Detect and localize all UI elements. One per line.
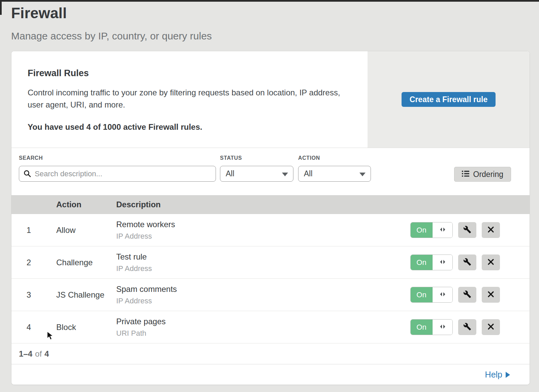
status-filter-group: STATUS All [220, 155, 293, 182]
rule-description-cell: Test rule IP Address [116, 252, 410, 273]
pagination-total: 4 [44, 349, 49, 359]
delete-rule-button[interactable] [482, 319, 500, 335]
delete-rule-button[interactable] [482, 222, 500, 238]
rule-priority: 4 [11, 323, 56, 332]
pagination-summary: 1–4 of 4 [11, 343, 530, 364]
table-header: Action Description [11, 195, 530, 214]
help-link[interactable]: Help [485, 370, 510, 380]
status-select[interactable]: All [220, 166, 293, 182]
intro-heading: Firewall Rules [28, 68, 351, 79]
search-icon [24, 170, 31, 179]
close-icon [487, 226, 494, 234]
pagination-range: 1–4 [19, 349, 32, 359]
rule-description-cell: Private pages URI Path [116, 317, 410, 338]
search-input[interactable] [19, 166, 216, 182]
edit-rule-button[interactable] [458, 319, 476, 335]
page-title: Firewall [11, 5, 530, 22]
toggle-on-label: On [410, 319, 433, 335]
firewall-page: Firewall Manage access by IP, country, o… [0, 0, 539, 385]
toggle-on-label: On [410, 222, 433, 238]
edit-rule-button[interactable] [458, 287, 476, 303]
toggle-handle[interactable] [433, 255, 452, 270]
rule-description-title: Private pages [116, 317, 410, 326]
rule-action: Challenge [56, 258, 116, 267]
window-edge-top [0, 0, 539, 2]
rule-description-cell: Spam comments IP Address [116, 284, 410, 305]
window-edge-left [0, 0, 2, 15]
rule-enabled-toggle[interactable]: On [410, 287, 453, 303]
rule-match-type: IP Address [116, 232, 410, 241]
arrow-right-icon [506, 372, 510, 378]
rule-match-type: IP Address [116, 297, 410, 305]
filters-bar: SEARCH STATUS All ACTION [11, 148, 530, 195]
chevron-down-icon [282, 173, 288, 176]
rule-priority: 2 [11, 258, 56, 267]
ordering-button-label: Ordering [473, 170, 503, 179]
rule-controls: On [410, 222, 530, 238]
action-label: ACTION [298, 155, 371, 161]
rule-enabled-toggle[interactable]: On [410, 319, 453, 335]
intro-section: Firewall Rules Control incoming traffic … [11, 51, 530, 148]
pagination-of-label: of [35, 349, 42, 359]
close-icon [487, 259, 494, 266]
rule-controls: On [410, 287, 530, 303]
ordering-button[interactable]: Ordering [454, 167, 511, 182]
firewall-rules-card: Firewall Rules Control incoming traffic … [11, 51, 530, 385]
wrench-icon [463, 225, 471, 235]
delete-rule-button[interactable] [482, 254, 500, 270]
edit-rule-button[interactable] [458, 254, 476, 270]
intro-description: Control incoming traffic to your zone by… [28, 87, 351, 111]
action-select[interactable]: All [298, 166, 371, 182]
search-filter-group: SEARCH [19, 155, 216, 182]
rule-priority: 1 [11, 225, 56, 235]
rule-enabled-toggle[interactable]: On [410, 222, 453, 238]
chevron-down-icon [359, 173, 366, 176]
search-box [19, 166, 216, 182]
rule-action: JS Challenge [56, 290, 116, 300]
action-filter-group: ACTION All [298, 155, 371, 182]
table-row: 4 Block Private pages URI Path On [11, 311, 530, 343]
rule-action: Allow [56, 225, 116, 235]
create-firewall-rule-button[interactable]: Create a Firewall rule [402, 92, 496, 107]
table-row: 2 Challenge Test rule IP Address On [11, 246, 530, 279]
table-row: 1 Allow Remote workers IP Address On [11, 214, 530, 246]
rule-priority: 3 [11, 290, 56, 300]
left-right-arrows-icon [439, 259, 446, 266]
toggle-handle[interactable] [433, 320, 452, 335]
ordered-list-icon [462, 170, 469, 179]
rule-match-type: URI Path [116, 329, 410, 338]
column-header-description: Description [116, 200, 410, 209]
action-selected-value: All [304, 169, 313, 178]
toggle-on-label: On [410, 254, 433, 270]
wrench-icon [463, 258, 471, 267]
wrench-icon [463, 290, 471, 299]
rules-table-body: 1 Allow Remote workers IP Address On [11, 214, 530, 343]
close-icon [487, 291, 494, 299]
toggle-handle[interactable] [433, 222, 452, 238]
wrench-icon [463, 323, 471, 332]
rules-usage-text: You have used 4 of 1000 active Firewall … [28, 122, 351, 132]
help-link-label: Help [485, 370, 502, 380]
page-subtitle: Manage access by IP, country, or query r… [11, 30, 530, 42]
column-header-action: Action [56, 200, 116, 209]
toggle-on-label: On [410, 287, 433, 303]
rule-enabled-toggle[interactable]: On [410, 254, 453, 270]
delete-rule-button[interactable] [482, 287, 500, 303]
intro-text-panel: Firewall Rules Control incoming traffic … [11, 51, 368, 148]
edit-rule-button[interactable] [458, 222, 476, 238]
rule-description-cell: Remote workers IP Address [116, 220, 410, 241]
close-icon [487, 323, 494, 331]
table-row: 3 JS Challenge Spam comments IP Address … [11, 279, 530, 311]
rule-description-title: Remote workers [116, 220, 410, 229]
rule-action: Block [56, 323, 116, 332]
status-label: STATUS [220, 155, 293, 161]
help-row: Help [11, 364, 530, 385]
rule-controls: On [410, 254, 530, 270]
rule-description-title: Test rule [116, 252, 410, 262]
toggle-handle[interactable] [433, 287, 452, 302]
left-right-arrows-icon [439, 324, 446, 331]
status-selected-value: All [226, 169, 234, 178]
rule-match-type: IP Address [116, 264, 410, 273]
left-right-arrows-icon [439, 292, 446, 298]
search-label: SEARCH [19, 155, 216, 161]
